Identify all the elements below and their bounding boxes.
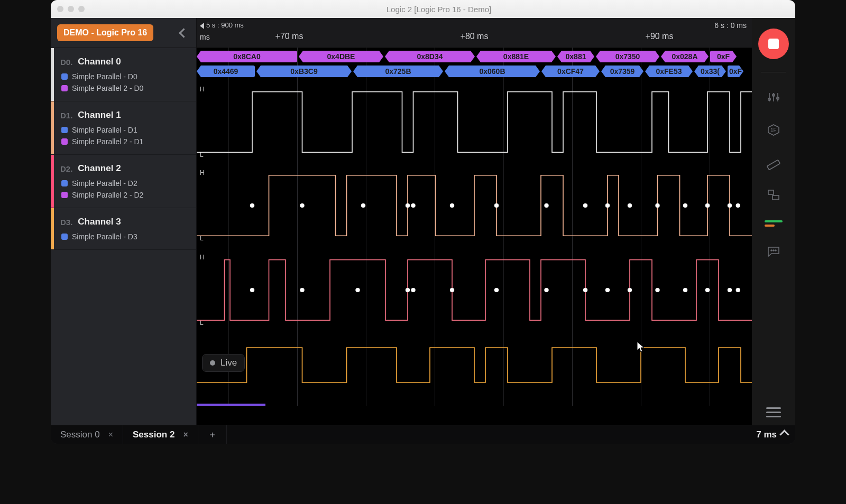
decoder-value[interactable]: 0x4DBE <box>299 51 383 62</box>
channel-name: Channel 2 <box>78 163 121 174</box>
channel-index: D0. <box>60 58 72 67</box>
stop-icon <box>768 39 779 49</box>
zoom-time-indicator[interactable]: 7 ms <box>749 425 795 444</box>
analyzer-label: Simple Parallel - D2 <box>72 179 137 188</box>
record-stop-button[interactable] <box>758 29 789 59</box>
chevron-left-icon <box>179 28 188 38</box>
svg-point-33 <box>494 288 499 292</box>
menu-button[interactable] <box>766 407 781 417</box>
svg-point-32 <box>450 288 454 292</box>
svg-point-39 <box>683 288 687 292</box>
svg-point-24 <box>705 203 710 208</box>
live-label: Live <box>220 358 237 368</box>
analyzer-tag[interactable]: Simple Parallel 2 - D2 <box>61 191 189 199</box>
layout-icon[interactable] <box>766 189 781 202</box>
timeline[interactable]: 5 s : 900 ms ms 6 s : 0 ms +70 ms+80 ms+… <box>197 18 752 48</box>
window-title: Logic 2 [Logic Pro 16 - Demo] <box>89 5 789 14</box>
channel-item[interactable]: D0. Channel 0Simple Parallel - D0Simple … <box>51 48 196 101</box>
svg-point-13 <box>361 203 365 208</box>
channel-index: D1. <box>60 111 72 120</box>
analyzer-label: Simple Parallel 2 - D1 <box>72 137 143 146</box>
channel-sidebar: DEMO - Logic Pro 16 D0. Channel 0Simple … <box>51 18 197 425</box>
channel-color-stripe <box>51 48 54 101</box>
analyzer-tag[interactable]: Simple Parallel 2 - D1 <box>61 137 189 146</box>
analyzer-color-icon <box>61 234 68 240</box>
svg-point-11 <box>250 203 254 208</box>
svg-point-35 <box>583 288 587 292</box>
right-toolbar: 1F <box>752 18 795 425</box>
channel-1-wave[interactable]: HL <box>197 169 752 242</box>
decoder-value[interactable]: 0xF <box>728 66 743 77</box>
channel-index: D2. <box>60 164 72 173</box>
analyzer-tag[interactable]: Simple Parallel 2 - D0 <box>61 84 189 92</box>
svg-point-36 <box>605 288 610 292</box>
svg-point-20 <box>605 203 610 208</box>
analyzers-icon[interactable]: 1F <box>766 123 781 137</box>
decoder-value[interactable]: 0xFE53 <box>645 66 693 77</box>
chat-icon[interactable] <box>766 245 781 258</box>
device-status-icon[interactable] <box>765 220 783 227</box>
close-tab-icon[interactable]: × <box>183 430 188 440</box>
session-tab[interactable]: Session 0× <box>51 425 123 444</box>
channel-item[interactable]: D3. Channel 3Simple Parallel - D3 <box>51 208 196 250</box>
position-bar[interactable] <box>197 404 265 406</box>
decoder-value[interactable]: 0x028A <box>661 51 709 62</box>
decoder-value[interactable]: 0x7350 <box>596 51 659 62</box>
analyzer-color-icon <box>61 192 68 198</box>
collapse-sidebar-button[interactable] <box>177 26 190 39</box>
timeline-right-mark: 6 s : 0 ms <box>714 21 747 30</box>
svg-point-8 <box>771 250 772 251</box>
channel-name: Channel 1 <box>78 110 121 120</box>
svg-point-9 <box>773 250 774 251</box>
waveform-area[interactable]: 5 s : 900 ms ms 6 s : 0 ms +70 ms+80 ms+… <box>197 18 752 425</box>
svg-point-41 <box>728 288 732 292</box>
decoder-value[interactable]: 0x8CA0 <box>197 51 297 62</box>
decoder-value[interactable]: 0x881E <box>476 51 556 62</box>
channel-item[interactable]: D2. Channel 2Simple Parallel - D2Simple … <box>51 155 196 208</box>
svg-rect-5 <box>767 160 780 170</box>
svg-point-22 <box>655 203 659 208</box>
channel-name: Channel 0 <box>78 57 121 67</box>
decoder-value[interactable]: 0xF <box>710 51 737 62</box>
analyzer-color-icon <box>61 73 68 80</box>
channel-2-wave[interactable]: HL <box>197 254 752 326</box>
decoder-value[interactable]: 0x060B <box>445 66 540 77</box>
timeline-tick: +80 ms <box>382 32 567 41</box>
svg-point-12 <box>300 203 304 208</box>
close-tab-icon[interactable]: × <box>108 430 113 440</box>
analyzer-tag[interactable]: Simple Parallel - D1 <box>61 126 189 134</box>
decoder-value[interactable]: 0x7359 <box>601 66 643 77</box>
measure-icon[interactable] <box>766 156 781 170</box>
decoder-value[interactable]: 0x33( <box>694 66 726 77</box>
channel-name: Channel 3 <box>78 217 121 227</box>
analyzer-tag[interactable]: Simple Parallel - D3 <box>61 232 189 241</box>
decoder-row-1[interactable]: 0x8CA00x4DBE0x8D340x881E0x8810x73500x028… <box>197 51 752 63</box>
decoder-value[interactable]: 0x8D34 <box>385 51 475 62</box>
live-dot-icon <box>210 360 215 366</box>
channel-3-wave[interactable] <box>197 340 752 388</box>
timeline-tick: +90 ms <box>567 32 752 41</box>
decoder-value[interactable]: 0x881 <box>557 51 594 62</box>
decoder-value[interactable]: 0xB3C9 <box>256 66 352 77</box>
demo-badge: DEMO - Logic Pro 16 <box>57 24 153 41</box>
channel-index: D3. <box>60 218 72 227</box>
analyzer-tag[interactable]: Simple Parallel - D0 <box>61 72 189 81</box>
analyzer-tag[interactable]: Simple Parallel - D2 <box>61 179 189 188</box>
decoder-value[interactable]: 0x4469 <box>197 66 255 77</box>
analyzer-color-icon <box>61 180 68 186</box>
channel-color-stripe <box>51 155 54 208</box>
channel-item[interactable]: D1. Channel 1Simple Parallel - D1Simple … <box>51 101 196 155</box>
analyzer-label: Simple Parallel - D3 <box>72 232 137 241</box>
svg-point-19 <box>583 203 587 208</box>
decoder-value[interactable]: 0x725B <box>353 66 443 77</box>
decoder-row-2[interactable]: 0x44690xB3C90x725B0x060B0xCF470x73590xFE… <box>197 66 752 78</box>
window-controls[interactable] <box>57 6 85 12</box>
settings-icon[interactable] <box>766 90 781 104</box>
decoder-value[interactable]: 0xCF47 <box>541 66 600 77</box>
channel-0-wave[interactable]: HL <box>197 86 752 158</box>
add-session-button[interactable]: ＋ <box>198 425 227 444</box>
live-badge[interactable]: Live <box>202 354 245 372</box>
svg-point-21 <box>628 203 632 208</box>
macos-titlebar: Logic 2 [Logic Pro 16 - Demo] <box>51 0 795 18</box>
session-tab[interactable]: Session 2× <box>123 425 198 444</box>
